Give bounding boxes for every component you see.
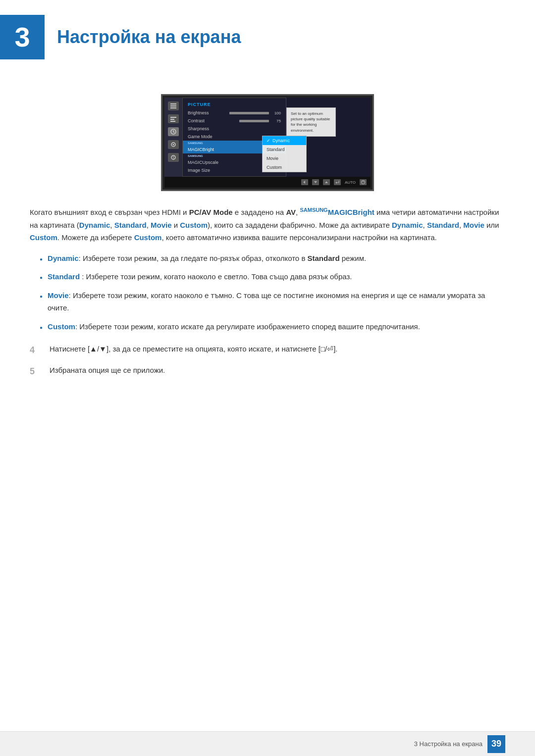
- monitor-icon-2: [168, 114, 179, 123]
- standard-term: Standard: [48, 272, 80, 281]
- svg-rect-3: [170, 117, 176, 118]
- movie-term: Movie: [48, 291, 69, 300]
- standard-text2: Standard: [427, 221, 459, 229]
- menu-contrast: Contrast 75: [183, 117, 286, 125]
- contrast-bar: [239, 120, 269, 122]
- step-4-text: Натиснете [▲/▼], за да се преместите на …: [50, 343, 505, 355]
- standard-ref: Standard: [308, 254, 340, 262]
- brightness-value: 100: [271, 111, 281, 115]
- sharpness-label: Sharpness: [188, 126, 281, 131]
- monitor-icon-3: [168, 127, 179, 136]
- custom-text2: Custom: [30, 233, 57, 242]
- bullet-dynamic: ● Dynamic: Изберете този режим, за да гл…: [40, 252, 505, 265]
- monitor-outer: PICTURE Brightness 100 Contrast: [161, 94, 374, 191]
- step-5-number: 5: [30, 364, 50, 379]
- menu-magic-bright: SAMSUNG MAGICBright ✓ Dynamic Standard: [183, 141, 286, 153]
- bullet-standard: ● Standard : Изберете този режим, когато…: [40, 270, 505, 283]
- monitor-icon-5: [168, 153, 179, 162]
- bottom-icon-enter: [334, 179, 341, 185]
- chapter-number: 3: [14, 23, 30, 51]
- bullet-dot-1: ●: [40, 255, 43, 263]
- brightness-bar: [229, 112, 269, 114]
- footer-text: 3 Настройка на екрана: [414, 740, 482, 748]
- monitor-tooltip: Set to an optimum picture quality suitab…: [286, 107, 336, 137]
- checkmark-dynamic: ✓: [267, 138, 270, 143]
- content-area: PICTURE Brightness 100 Contrast: [0, 69, 535, 414]
- footer-page-number: 39: [487, 735, 505, 753]
- bullet-list: ● Dynamic: Изберете този режим, за да гл…: [40, 252, 505, 333]
- page-footer: 3 Настройка на екрана 39: [0, 731, 535, 756]
- submenu-standard-label: Standard: [267, 147, 285, 152]
- contrast-value: 75: [271, 119, 281, 123]
- submenu-movie-label: Movie: [267, 156, 278, 161]
- monitor-icon-1: [168, 101, 179, 110]
- step-5: 5 Избраната опция ще се приложи.: [30, 364, 505, 379]
- submenu-movie: Movie: [263, 154, 306, 163]
- monitor-icons-panel: [164, 98, 182, 177]
- svg-marker-15: [314, 181, 317, 183]
- bullet-movie-text: Movie: Изберете този режим, когато наоко…: [48, 289, 505, 314]
- chapter-badge: 3: [0, 15, 45, 59]
- body-paragraph: Когато външният вход е свързан чрез HDMI…: [30, 206, 505, 244]
- brightness-bar-container: 100: [229, 111, 281, 115]
- submenu-custom-label: Custom: [267, 165, 282, 170]
- svg-point-10: [173, 144, 174, 146]
- submenu-panel: ✓ Dynamic Standard Movie Custom: [262, 136, 307, 172]
- brightness-label: Brightness: [188, 110, 229, 115]
- bullet-movie: ● Movie: Изберете този режим, когато нао…: [40, 289, 505, 314]
- bullet-dot-4: ●: [40, 323, 43, 332]
- samsung-superscript: SAMSUNG: [300, 207, 327, 213]
- menu-sharpness: Sharpness: [183, 125, 286, 133]
- monitor-icon-4: [168, 140, 179, 149]
- page-header: 3 Настройка на екрана: [0, 0, 535, 69]
- dynamic-term: Dynamic: [48, 254, 79, 262]
- monitor-screenshot: PICTURE Brightness 100 Contrast: [30, 94, 505, 191]
- monitor-menu: PICTURE Brightness 100 Contrast: [182, 98, 286, 177]
- svg-marker-16: [325, 181, 328, 183]
- custom-text: Custom: [180, 221, 208, 229]
- submenu-dynamic-label: Dynamic: [272, 138, 290, 143]
- step-5-text: Избраната опция ще се приложи.: [50, 364, 505, 377]
- bullet-custom-text: Custom: Изберете този режим, когато иска…: [48, 320, 420, 333]
- custom-text3: Custom: [134, 233, 162, 242]
- svg-rect-0: [170, 103, 176, 104]
- svg-marker-14: [303, 181, 305, 184]
- page-title: Настройка на екрана: [57, 27, 241, 48]
- bottom-icon-up: [323, 179, 330, 185]
- menu-header: PICTURE: [183, 101, 286, 109]
- custom-term: Custom: [48, 322, 75, 331]
- movie-text: Movie: [151, 221, 172, 229]
- svg-rect-4: [170, 119, 174, 120]
- av-text: AV: [286, 208, 296, 216]
- menu-brightness: Brightness 100: [183, 109, 286, 117]
- step-4: 4 Натиснете [▲/▼], за да се преместите н…: [30, 343, 505, 358]
- bullet-dot-3: ●: [40, 292, 43, 301]
- standard-text: Standard: [114, 221, 147, 229]
- bullet-dynamic-text: Dynamic: Изберете този режим, за да глед…: [48, 252, 366, 265]
- dynamic-text: Dynamic: [79, 221, 110, 229]
- submenu-custom: Custom: [263, 163, 306, 172]
- pc-av-mode-text: PC/AV Mode: [189, 208, 233, 216]
- contrast-bar-container: 75: [239, 119, 281, 123]
- bottom-icon-down: [312, 179, 319, 185]
- svg-rect-2: [170, 107, 176, 108]
- svg-line-8: [173, 132, 174, 133]
- submenu-dynamic: ✓ Dynamic: [263, 136, 306, 145]
- svg-rect-1: [170, 105, 176, 106]
- movie-text2: Movie: [463, 221, 484, 229]
- bottom-icon-power: [360, 179, 367, 185]
- bullet-dot-2: ●: [40, 273, 43, 282]
- dynamic-text2: Dynamic: [392, 221, 423, 229]
- svg-rect-5: [170, 121, 175, 122]
- svg-point-13: [173, 158, 174, 159]
- monitor-inner: PICTURE Brightness 100 Contrast: [164, 98, 371, 177]
- contrast-label: Contrast: [188, 118, 239, 123]
- submenu-standard: Standard: [263, 145, 306, 154]
- step-4-number: 4: [30, 343, 50, 358]
- bullet-custom: ● Custom: Изберете този режим, когато ис…: [40, 320, 505, 333]
- bottom-auto-label: AUTO: [345, 180, 356, 185]
- magic-bright-body: MAGICBright: [328, 208, 374, 216]
- monitor-bottom: AUTO: [164, 177, 371, 188]
- bullet-standard-text: Standard : Изберете този режим, когато н…: [48, 270, 352, 283]
- svg-marker-17: [335, 182, 337, 184]
